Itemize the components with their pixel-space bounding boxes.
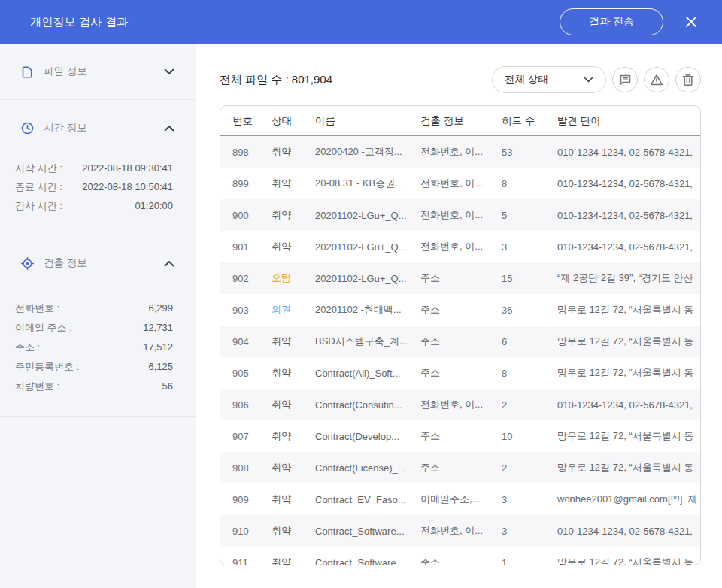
file-name: Contract_EV_Faso... bbox=[315, 494, 420, 505]
file-name: 20200420 -고객정... bbox=[315, 145, 420, 159]
info-label: 이메일 주소 : bbox=[15, 318, 72, 338]
hit-count: 3 bbox=[502, 241, 557, 253]
detect-types: 전화번호, 이... bbox=[420, 145, 502, 159]
table-row[interactable]: 901취약20201102-LGu+_Q...전화번호, 이...3010-12… bbox=[220, 231, 700, 262]
trash-icon bbox=[682, 74, 694, 86]
info-label: 시작 시간 : bbox=[15, 159, 62, 177]
table-header-col-hits: 히트 수 bbox=[502, 114, 557, 128]
file-name: Contract_Software... bbox=[315, 526, 420, 537]
status-badge[interactable]: 의견 bbox=[272, 303, 315, 317]
status-badge[interactable]: 오탐 bbox=[272, 271, 315, 285]
detect-types: 주소 bbox=[420, 556, 502, 565]
hit-count: 8 bbox=[502, 368, 557, 379]
row-number: 901 bbox=[232, 241, 272, 253]
main-panel: 전체 파일 수 : 801,904 전체 상태 bbox=[196, 44, 722, 588]
row-number: 902 bbox=[232, 273, 272, 284]
detect-info-label: 검출 정보 bbox=[44, 256, 87, 270]
table-row[interactable]: 905취약Contract(All)_Soft...주소8망우로 12길 72,… bbox=[220, 357, 700, 389]
hit-count: 3 bbox=[502, 494, 557, 505]
status-filter-value: 전체 상태 bbox=[505, 73, 548, 86]
detect-types: 전화번호, 이... bbox=[420, 240, 502, 253]
detect-types: 전화번호, 이... bbox=[420, 208, 502, 222]
send-results-button[interactable]: 결과 전송 bbox=[560, 8, 663, 35]
info-value: 2022-08-18 09:30:41 bbox=[82, 159, 173, 177]
table-row[interactable]: 902오탐20201102-LGu+_Q...주소15“제 2공단 2길 39”… bbox=[220, 262, 700, 294]
info-label: 종료 시간 : bbox=[15, 177, 62, 196]
status-badge: 취약 bbox=[272, 461, 315, 474]
table-row[interactable]: 903의견20201102 -현대백...주소36망우로 12길 72, “서울… bbox=[220, 294, 700, 326]
status-filter-dropdown[interactable]: 전체 상태 bbox=[492, 66, 606, 93]
detect-info-section-header[interactable]: 검출 정보 bbox=[21, 235, 174, 291]
row-number: 908 bbox=[232, 462, 272, 474]
found-words: 망우로 12길 72, “서울특별시 동 bbox=[557, 429, 700, 443]
file-name: Contract(Develop... bbox=[315, 431, 420, 442]
sidebar-section-time-info: 시간 정보 시작 시간 :2022-08-18 09:30:41종료 시간 :2… bbox=[0, 100, 196, 235]
info-value: 6,125 bbox=[148, 357, 173, 377]
status-badge: 취약 bbox=[272, 366, 315, 380]
info-value: 6,299 bbox=[148, 299, 173, 318]
row-number: 904 bbox=[232, 336, 272, 347]
status-badge: 취약 bbox=[272, 240, 315, 253]
hit-count: 10 bbox=[502, 431, 557, 442]
table-row[interactable]: 899취약20-08.31 - KB증권...전화번호, 이...8010-12… bbox=[220, 168, 700, 199]
table-row[interactable]: 910취약Contract_Software...전화번호, 이...3010-… bbox=[220, 515, 700, 547]
hit-count: 2 bbox=[502, 399, 557, 411]
row-number: 899 bbox=[232, 178, 272, 189]
found-words: 010-1234-1234, 02-5678-4321, bbox=[557, 147, 700, 158]
table-row[interactable]: 911취약Contract_Software...주소1망우로 12길 72, … bbox=[220, 547, 700, 565]
table-row[interactable]: 900취약20201102-LGu+_Q...전화번호, 이...5010-12… bbox=[220, 199, 700, 231]
file-name: Contract(License)_... bbox=[315, 462, 420, 474]
info-label: 검사 시간 : bbox=[15, 196, 62, 215]
hit-count: 15 bbox=[502, 273, 557, 284]
detect-types: 주소 bbox=[420, 271, 502, 285]
file-name: 20201102-LGu+_Q... bbox=[315, 210, 420, 221]
detect-types: 주소 bbox=[420, 335, 502, 348]
status-badge: 취약 bbox=[272, 398, 315, 411]
file-info-section-header[interactable]: 파일 정보 bbox=[21, 44, 174, 99]
info-value: 56 bbox=[162, 377, 173, 396]
table-row[interactable]: 909취약Contract_EV_Faso...이메일주소,...3wonhee… bbox=[220, 483, 700, 515]
time-info-rows: 시작 시간 :2022-08-18 09:30:41종료 시간 :2022-08… bbox=[21, 156, 174, 235]
detect-types: 전화번호, 이... bbox=[420, 524, 502, 538]
table-row[interactable]: 907취약Contract(Develop...주소10망우로 12길 72, … bbox=[220, 420, 700, 452]
page-title: 개인정보 검사 결과 bbox=[30, 15, 128, 29]
chevron-up-icon bbox=[164, 125, 174, 132]
info-row: 종료 시간 :2022-08-18 10:50:41 bbox=[21, 177, 174, 196]
results-table: 번호상태이름검출 정보히트 수발견 단어 898취약20200420 -고객정.… bbox=[220, 105, 701, 565]
comment-button[interactable] bbox=[612, 67, 638, 92]
info-value: 2022-08-18 10:50:41 bbox=[82, 177, 173, 196]
status-badge: 취약 bbox=[272, 556, 315, 565]
status-badge: 취약 bbox=[272, 429, 315, 443]
table-row[interactable]: 906취약Contract(Consutin...전화번호, 이...2010-… bbox=[220, 389, 700, 420]
table-row[interactable]: 898취약20200420 -고객정...전화번호, 이...53010-123… bbox=[220, 136, 700, 168]
info-row: 주민등록번호 :6,125 bbox=[21, 357, 174, 377]
table-row[interactable]: 908취약Contract(License)_...주소2망우로 12길 72,… bbox=[220, 452, 700, 483]
found-words: 010-1234-1234, 02-5678-4321, bbox=[557, 210, 700, 221]
sidebar-section-file-info: 파일 정보 bbox=[0, 44, 196, 100]
info-row: 주소 :17,512 bbox=[21, 338, 174, 357]
table-row[interactable]: 904취약BSD시스템구축_계...주소6망우로 12길 72, “서울특별시 … bbox=[220, 326, 700, 357]
target-icon bbox=[21, 257, 34, 270]
warning-icon bbox=[650, 74, 663, 86]
file-info-label: 파일 정보 bbox=[44, 65, 87, 78]
toolbar: 전체 파일 수 : 801,904 전체 상태 bbox=[220, 66, 701, 93]
status-badge: 취약 bbox=[272, 493, 315, 506]
time-info-section-header[interactable]: 시간 정보 bbox=[21, 100, 174, 156]
hit-count: 3 bbox=[502, 526, 557, 537]
table-header-row: 번호상태이름검출 정보히트 수발견 단어 bbox=[220, 106, 700, 136]
close-icon[interactable] bbox=[683, 14, 699, 30]
delete-button[interactable] bbox=[675, 67, 701, 92]
chevron-up-icon bbox=[164, 260, 174, 267]
file-name: 20201102-LGu+_Q... bbox=[315, 273, 420, 284]
detect-types: 주소 bbox=[420, 303, 502, 317]
row-number: 903 bbox=[232, 305, 272, 316]
table-header-col-found: 발견 단어 bbox=[557, 114, 700, 128]
warning-button[interactable] bbox=[644, 67, 669, 92]
detect-types: 주소 bbox=[420, 366, 502, 380]
detect-types: 전화번호, 이... bbox=[420, 177, 502, 190]
table-header-col-status: 상태 bbox=[272, 114, 315, 128]
detect-types: 주소 bbox=[420, 461, 502, 474]
status-badge: 취약 bbox=[272, 177, 315, 190]
clock-icon bbox=[21, 122, 34, 135]
found-words: “제 2공단 2길 39”, “경기도 안산 bbox=[557, 271, 700, 285]
